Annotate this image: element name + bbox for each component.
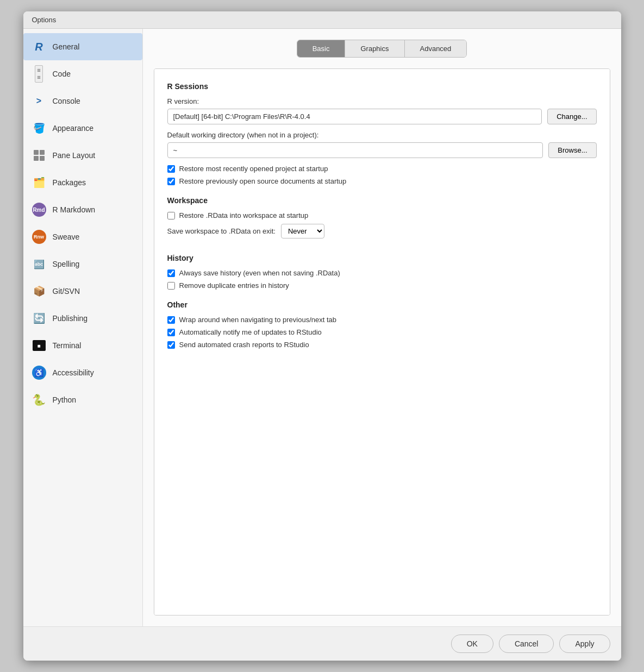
git-icon: 📦 (31, 283, 47, 299)
sweave-icon: Rnw (31, 229, 47, 245)
ok-button[interactable]: OK (451, 635, 493, 653)
main-panel: Basic Graphics Advanced R Sessions R ver… (143, 29, 621, 626)
notify-updates-label: Automatically notify me of updates to RS… (179, 328, 322, 336)
cancel-button[interactable]: Cancel (499, 635, 554, 653)
console-icon: > (31, 93, 47, 109)
restore-source-row: Restore previously open source documents… (167, 177, 597, 185)
sidebar-label-general: General (53, 42, 80, 51)
sidebar-item-pane-layout[interactable]: Pane Layout (23, 142, 142, 169)
sidebar-label-console: Console (53, 97, 80, 105)
restore-rdata-label: Restore .RData into workspace at startup (179, 211, 309, 219)
restore-project-label: Restore most recently opened project at … (179, 165, 328, 173)
history-title: History (167, 254, 597, 262)
save-workspace-row: Save workspace to .RData on exit: Never … (167, 224, 597, 238)
save-workspace-label: Save workspace to .RData on exit: (167, 227, 276, 235)
options-dialog: Options R General ≡≡ Code > Console (23, 11, 621, 661)
sidebar-item-python[interactable]: 🐍 Python (23, 386, 142, 413)
sidebar-label-packages: Packages (53, 178, 86, 187)
sidebar: R General ≡≡ Code > Console 🪣 (23, 29, 143, 626)
sidebar-item-git-svn[interactable]: 📦 Git/SVN (23, 278, 142, 305)
dialog-title: Options (32, 16, 57, 24)
sidebar-item-packages[interactable]: 🗂️ Packages (23, 169, 142, 196)
sidebar-item-r-markdown[interactable]: Rmd R Markdown (23, 196, 142, 223)
other-title: Other (167, 300, 597, 309)
r-version-label: R version: (167, 97, 597, 105)
tab-bar: Basic Graphics Advanced (297, 40, 467, 58)
working-dir-label: Default working directory (when not in a… (167, 131, 597, 139)
always-save-label: Always save history (even when not savin… (179, 269, 340, 277)
packages-icon: 🗂️ (31, 174, 47, 191)
terminal-icon: ■ (31, 337, 47, 354)
spelling-icon: 🔤 (31, 256, 47, 272)
remove-duplicates-checkbox[interactable] (167, 282, 175, 290)
sidebar-label-appearance: Appearance (53, 124, 94, 133)
r-version-input[interactable] (167, 109, 542, 124)
python-icon: 🐍 (31, 392, 47, 408)
always-save-checkbox[interactable] (167, 269, 175, 277)
restore-source-checkbox[interactable] (167, 178, 175, 185)
sidebar-item-terminal[interactable]: ■ Terminal (23, 332, 142, 359)
sidebar-label-r-markdown: R Markdown (53, 205, 96, 214)
remove-duplicates-row: Remove duplicate entries in history (167, 281, 597, 290)
restore-source-label: Restore previously open source documents… (179, 177, 347, 185)
sidebar-label-terminal: Terminal (53, 341, 82, 350)
notify-updates-checkbox[interactable] (167, 329, 175, 336)
restore-rdata-row: Restore .RData into workspace at startup (167, 211, 597, 219)
r-sessions-title: R Sessions (167, 82, 597, 91)
r-version-row: Change... (167, 109, 597, 124)
restore-rdata-checkbox[interactable] (167, 212, 175, 219)
pane-layout-icon (31, 147, 47, 164)
notify-updates-row: Automatically notify me of updates to RS… (167, 328, 597, 336)
crash-reports-label: Send automated crash reports to RStudio (179, 341, 309, 349)
sidebar-label-python: Python (53, 395, 77, 404)
sidebar-item-general[interactable]: R General (23, 33, 142, 60)
wrap-around-label: Wrap around when navigating to previous/… (179, 316, 337, 324)
rmd-icon: Rmd (31, 202, 47, 218)
workspace-title: Workspace (167, 196, 597, 205)
always-save-row: Always save history (even when not savin… (167, 269, 597, 277)
publishing-icon: 🔄 (31, 310, 47, 326)
sidebar-label-sweave: Sweave (53, 233, 80, 241)
sidebar-item-accessibility[interactable]: ♿ Accessibility (23, 359, 142, 386)
sidebar-item-sweave[interactable]: Rnw Sweave (23, 223, 142, 250)
tab-basic[interactable]: Basic (297, 40, 346, 57)
r-icon: R (31, 39, 47, 55)
sidebar-label-accessibility: Accessibility (53, 368, 94, 377)
bottom-bar: OK Cancel Apply (23, 626, 621, 661)
appearance-icon: 🪣 (31, 120, 47, 136)
crash-reports-row: Send automated crash reports to RStudio (167, 341, 597, 349)
change-button[interactable]: Change... (547, 109, 596, 124)
working-dir-input[interactable] (167, 142, 543, 158)
sidebar-item-publishing[interactable]: 🔄 Publishing (23, 305, 142, 332)
wrap-around-checkbox[interactable] (167, 316, 175, 324)
sidebar-label-git-svn: Git/SVN (53, 287, 80, 296)
crash-reports-checkbox[interactable] (167, 341, 175, 349)
sidebar-label-code: Code (53, 70, 71, 78)
sidebar-label-publishing: Publishing (53, 314, 88, 323)
sidebar-item-console[interactable]: > Console (23, 87, 142, 115)
panel-content: R Sessions R version: Change... Default … (154, 68, 610, 616)
sidebar-label-spelling: Spelling (53, 260, 80, 268)
title-bar: Options (23, 11, 621, 29)
sidebar-item-appearance[interactable]: 🪣 Appearance (23, 115, 142, 142)
accessibility-icon: ♿ (31, 365, 47, 381)
restore-project-checkbox[interactable] (167, 165, 175, 173)
working-dir-row: Browse... (167, 142, 597, 158)
restore-project-row: Restore most recently opened project at … (167, 165, 597, 173)
browse-button[interactable]: Browse... (548, 142, 596, 158)
apply-button[interactable]: Apply (559, 635, 610, 653)
tab-advanced[interactable]: Advanced (405, 40, 467, 57)
sidebar-item-code[interactable]: ≡≡ Code (23, 60, 142, 87)
wrap-around-row: Wrap around when navigating to previous/… (167, 316, 597, 324)
code-icon: ≡≡ (31, 66, 47, 82)
remove-duplicates-label: Remove duplicate entries in history (179, 281, 289, 290)
save-workspace-select[interactable]: Never Always Ask (281, 224, 324, 238)
tab-graphics[interactable]: Graphics (345, 40, 404, 57)
sidebar-item-spelling[interactable]: 🔤 Spelling (23, 250, 142, 278)
sidebar-label-pane-layout: Pane Layout (53, 151, 96, 160)
